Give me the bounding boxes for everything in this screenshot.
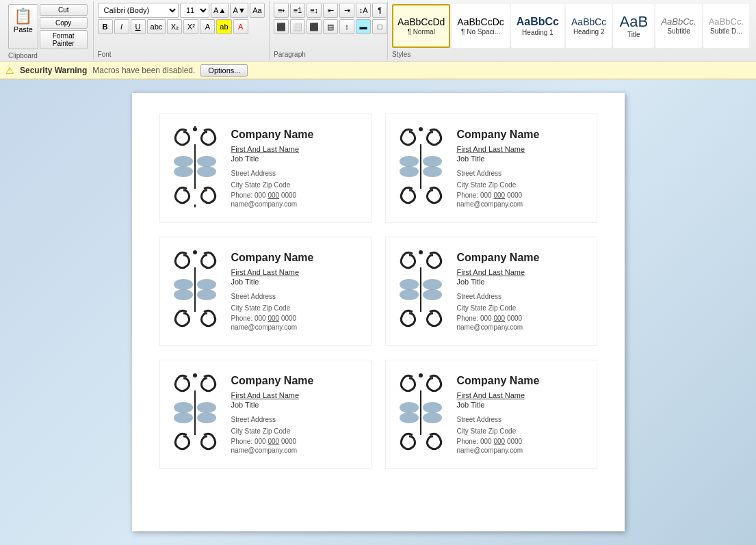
job-title: Job Title — [457, 155, 588, 163]
svg-point-22 — [423, 289, 442, 300]
person-name: First And Last Name — [231, 268, 363, 276]
svg-point-8 — [423, 156, 442, 167]
person-name: First And Last Name — [457, 268, 588, 276]
card-logo-3-right — [394, 370, 449, 459]
clipboard-section: 📋 Paste Cut Copy Format Painter Clipboar… — [3, 1, 94, 59]
superscript-button[interactable]: X² — [183, 19, 198, 34]
paste-button[interactable]: 📋 Paste — [8, 4, 38, 49]
align-right-button[interactable]: ⬛ — [307, 19, 322, 34]
sort-button[interactable]: ↕A — [356, 3, 371, 18]
bullets-button[interactable]: ≡• — [274, 3, 289, 18]
grow-font-button[interactable]: A▲ — [211, 3, 229, 18]
person-name: First And Last Name — [457, 145, 588, 153]
highlight-button[interactable]: ab — [216, 19, 231, 34]
styles-section-label: Styles — [392, 49, 749, 58]
paragraph-section-label: Paragraph — [274, 49, 383, 58]
job-title: Job Title — [457, 401, 588, 409]
decorative-logo-svg — [170, 124, 221, 213]
business-card-1-right: Company Name First And Last Name Job Tit… — [385, 114, 597, 223]
svg-point-14 — [197, 279, 216, 290]
style-title-button[interactable]: AaB Title — [613, 4, 654, 48]
business-card-3-left: Company Name First And Last Name Job Tit… — [159, 360, 372, 469]
svg-point-9 — [400, 166, 419, 177]
style-subtitle-button[interactable]: AaBbCc. Subtitle — [655, 4, 701, 48]
align-center-button[interactable]: ⬜ — [290, 19, 305, 34]
svg-point-12 — [193, 250, 197, 254]
svg-point-18 — [419, 250, 423, 254]
increase-indent-button[interactable]: ⇥ — [339, 3, 354, 18]
underline-button[interactable]: U — [131, 19, 146, 34]
font-section-label: Font — [98, 49, 265, 58]
card-info-3-right: Company Name First And Last Name Job Tit… — [457, 375, 588, 454]
line-spacing-button[interactable]: ↕ — [339, 19, 354, 34]
page: Company Name First And Last Name Job Tit… — [132, 93, 625, 531]
clear-format-button[interactable]: A — [200, 19, 215, 34]
street-address: Street Address — [231, 168, 363, 178]
decorative-logo-svg-6 — [395, 370, 447, 459]
svg-point-33 — [400, 412, 419, 423]
business-card-2-left: Company Name First And Last Name Job Tit… — [159, 237, 372, 346]
svg-point-0 — [193, 127, 197, 131]
multilevel-button[interactable]: ≡↕ — [307, 3, 322, 18]
subscript-button[interactable]: X₂ — [167, 19, 182, 34]
decrease-indent-button[interactable]: ⇤ — [323, 3, 338, 18]
svg-point-4 — [197, 166, 216, 177]
justify-button[interactable]: ▤ — [323, 19, 338, 34]
svg-point-30 — [419, 373, 423, 377]
security-icon: ⚠ — [5, 65, 14, 76]
format-painter-button[interactable]: Format Painter — [40, 30, 88, 49]
font-size-select[interactable]: 11 — [180, 3, 209, 18]
svg-point-15 — [174, 289, 193, 300]
card-info-1-right: Company Name First And Last Name Job Tit… — [457, 129, 588, 208]
strikethrough-button[interactable]: abc — [147, 19, 166, 34]
font-color-button[interactable]: A — [233, 19, 248, 34]
decorative-logo-svg-5 — [170, 370, 221, 459]
company-name: Company Name — [231, 129, 363, 141]
city-state-zip: City State Zip Code — [231, 180, 363, 190]
svg-point-7 — [400, 156, 419, 167]
numbering-button[interactable]: ≡1 — [290, 3, 305, 18]
decorative-logo-svg-3 — [170, 247, 221, 336]
card-logo-2-left — [168, 247, 223, 336]
style-heading1-button[interactable]: AaBbCc Heading 1 — [511, 4, 564, 48]
bold-button[interactable]: B — [98, 19, 113, 34]
align-left-button[interactable]: ⬛ — [274, 19, 289, 34]
phone: Phone: 000 000 0000 — [231, 438, 363, 445]
card-logo-3-left — [168, 370, 223, 459]
email: name@company.com — [457, 200, 588, 208]
street-address: Street Address — [231, 291, 363, 302]
svg-point-1 — [174, 156, 193, 167]
style-heading2-button[interactable]: AaBbCc Heading 2 — [566, 4, 612, 48]
email: name@company.com — [457, 323, 588, 331]
email: name@company.com — [231, 323, 363, 331]
person-name: First And Last Name — [457, 391, 588, 399]
style-normal-button[interactable]: AaBbCcDd ¶ Normal — [392, 4, 450, 48]
svg-point-16 — [197, 289, 216, 300]
options-button[interactable]: Options... — [200, 64, 248, 77]
shrink-font-button[interactable]: A▼ — [230, 3, 248, 18]
business-card-3-right: Company Name First And Last Name Job Tit… — [385, 360, 597, 469]
copy-button[interactable]: Copy — [40, 17, 88, 29]
main-area: Company Name First And Last Name Job Tit… — [0, 79, 756, 545]
style-no-spacing-button[interactable]: AaBbCcDc ¶ No Spaci... — [452, 4, 509, 48]
shading-button[interactable]: ▬ — [356, 19, 371, 34]
street-address: Street Address — [457, 414, 588, 425]
cut-button[interactable]: Cut — [40, 4, 88, 16]
security-bar: ⚠ Security Warning Macros have been disa… — [0, 62, 756, 79]
phone: Phone: 000 000 0000 — [457, 191, 588, 199]
phone: Phone: 000 000 0000 — [231, 191, 363, 199]
change-case-button[interactable]: Aa — [250, 3, 265, 18]
font-family-select[interactable]: Calibri (Body) — [98, 3, 179, 18]
svg-point-19 — [400, 279, 419, 290]
email: name@company.com — [457, 447, 588, 454]
card-logo-1-left — [168, 124, 223, 213]
style-subtle-button[interactable]: AaBbCc. Subtle D... — [703, 4, 749, 48]
job-title: Job Title — [457, 278, 588, 286]
italic-button[interactable]: I — [114, 19, 129, 34]
business-card-1-left: Company Name First And Last Name Job Tit… — [159, 114, 372, 223]
show-marks-button[interactable]: ¶ — [372, 3, 387, 18]
svg-point-26 — [197, 402, 216, 413]
card-logo-2-right — [394, 247, 449, 336]
svg-point-34 — [423, 412, 442, 423]
border-button[interactable]: □ — [372, 19, 387, 34]
